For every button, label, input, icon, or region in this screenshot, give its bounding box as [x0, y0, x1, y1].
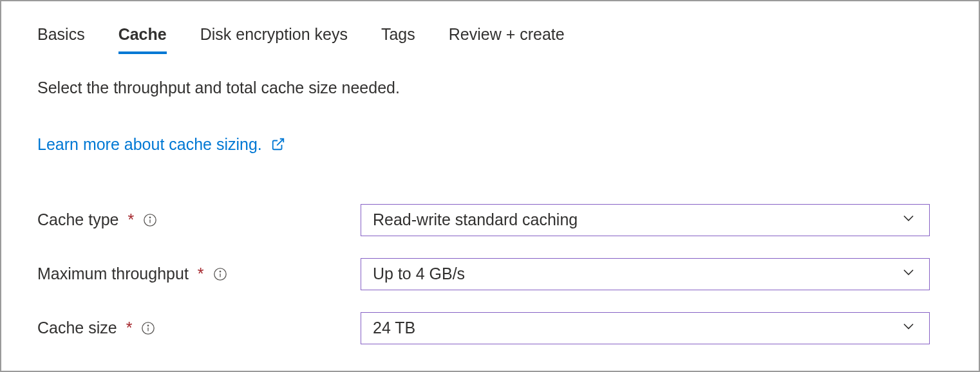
info-icon[interactable]: [143, 213, 157, 227]
tab-basics[interactable]: Basics: [37, 24, 85, 54]
cache-type-label-text: Cache type: [37, 210, 118, 229]
external-link-icon: [271, 137, 285, 151]
max-throughput-row: Maximum throughput * Up to 4 GB/s: [37, 258, 943, 290]
max-throughput-label: Maximum throughput *: [37, 265, 361, 283]
max-throughput-select[interactable]: Up to 4 GB/s: [361, 258, 930, 290]
chevron-down-icon: [900, 263, 918, 285]
svg-point-3: [150, 217, 151, 218]
svg-point-9: [148, 325, 149, 326]
cache-config-panel: Basics Cache Disk encryption keys Tags R…: [0, 0, 980, 372]
learn-more-link[interactable]: Learn more about cache sizing.: [37, 135, 285, 154]
cache-type-select[interactable]: Read-write standard caching: [361, 204, 930, 236]
cache-size-label-text: Cache size: [37, 319, 117, 337]
max-throughput-label-text: Maximum throughput: [37, 265, 189, 283]
required-indicator: *: [127, 210, 134, 229]
chevron-down-icon: [900, 209, 918, 231]
max-throughput-value: Up to 4 GB/s: [373, 265, 465, 283]
info-icon[interactable]: [141, 321, 155, 335]
required-indicator: *: [126, 319, 133, 337]
tab-disk-encryption-keys[interactable]: Disk encryption keys: [200, 24, 348, 54]
description-text: Select the throughput and total cache si…: [37, 77, 943, 99]
required-indicator: *: [198, 265, 204, 283]
chevron-down-icon: [900, 317, 918, 339]
info-icon[interactable]: [213, 267, 227, 281]
cache-type-value: Read-write standard caching: [373, 210, 578, 229]
cache-size-select[interactable]: 24 TB: [361, 312, 930, 344]
cache-type-label: Cache type *: [37, 210, 361, 229]
tab-tags[interactable]: Tags: [381, 24, 415, 54]
tab-cache[interactable]: Cache: [118, 24, 167, 54]
cache-size-row: Cache size * 24 TB: [37, 312, 943, 344]
svg-line-0: [277, 139, 283, 145]
tab-review-create[interactable]: Review + create: [449, 24, 565, 54]
learn-more-text: Learn more about cache sizing.: [37, 135, 262, 154]
tab-bar: Basics Cache Disk encryption keys Tags R…: [37, 24, 943, 54]
cache-size-value: 24 TB: [373, 319, 415, 337]
cache-type-row: Cache type * Read-write standard caching: [37, 204, 943, 236]
cache-size-label: Cache size *: [37, 319, 361, 337]
svg-point-6: [220, 271, 220, 272]
